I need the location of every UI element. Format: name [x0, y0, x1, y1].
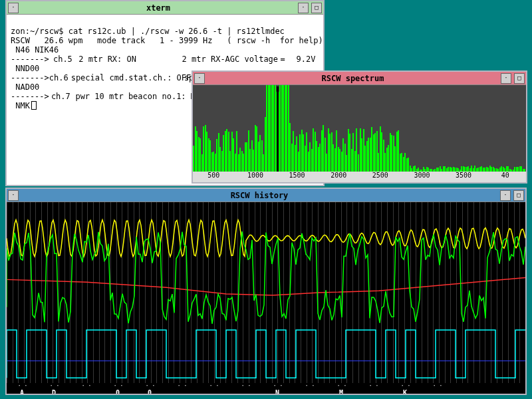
maximize-icon[interactable] [513, 190, 524, 201]
history-plot: · ·A· ·D· ·· ·0· ·0· ·· ·· ·· ·N· ·· ·M·… [7, 202, 525, 394]
history-title: RSCW history [20, 191, 499, 200]
spectrum-window[interactable]: RSCW spectrum 50010001500200025003000350… [192, 70, 527, 184]
peak-marker [277, 86, 279, 172]
history-window[interactable]: RSCW history · ·A· ·D· ·· ·0· ·0· ·· ·· … [5, 188, 527, 395]
minimize-icon[interactable] [501, 73, 511, 84]
maximize-icon[interactable] [311, 3, 322, 13]
maximize-icon[interactable] [514, 73, 525, 84]
menu-icon[interactable] [8, 190, 19, 201]
spectrum-titlebar[interactable]: RSCW spectrum [193, 72, 526, 85]
xterm-titlebar[interactable]: xterm [7, 1, 323, 15]
minimize-icon[interactable] [500, 190, 511, 201]
menu-icon[interactable] [8, 3, 19, 13]
menu-icon[interactable] [194, 73, 205, 84]
minimize-icon[interactable] [298, 3, 309, 13]
spectrum-title: RSCW spectrum [206, 74, 499, 83]
spectrum-plot: 50010001500200025003000350040 [193, 85, 526, 182]
xterm-title: xterm [20, 3, 297, 13]
x-axis: 50010001500200025003000350040 [193, 172, 526, 182]
history-titlebar[interactable]: RSCW history [7, 189, 525, 202]
decoded-letters: · ·A· ·D· ·· ·0· ·0· ·· ·· ·· ·N· ·· ·M·… [7, 383, 525, 394]
